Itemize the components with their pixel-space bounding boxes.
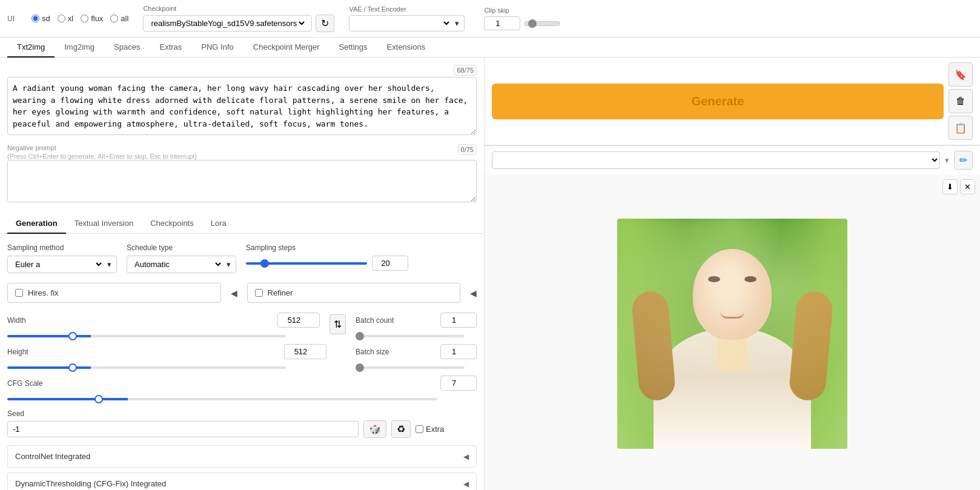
prompt-counter: 68/75 — [454, 65, 477, 76]
schedule-type-label: Schedule type — [127, 243, 236, 252]
tab-textual-inversion[interactable]: Textual Inversion — [66, 214, 142, 234]
batch-count-input[interactable] — [440, 313, 477, 328]
batch-size-input[interactable] — [440, 344, 477, 359]
refiner-box: Refiner — [247, 283, 461, 303]
bookmark-button[interactable]: 🔖 — [949, 62, 973, 87]
tab-extras[interactable]: Extras — [150, 38, 191, 58]
width-batch-row: Width ⇅ Batch count — [7, 313, 477, 339]
radio-all[interactable]: all — [110, 14, 128, 23]
hires-fix-checkbox[interactable] — [15, 289, 23, 297]
prompt-counter-row: 68/75 — [7, 65, 477, 77]
checkpoint-refresh-button[interactable]: ↻ — [316, 15, 334, 32]
checkpoint-label: Checkpoint — [143, 5, 334, 12]
extra-checkbox-label[interactable]: Extra — [416, 425, 444, 434]
width-group: Width — [7, 313, 320, 339]
cfg-scale-slider[interactable] — [7, 398, 437, 400]
generate-button[interactable]: Generate — [492, 84, 944, 119]
schedule-type-select[interactable]: Automatic — [132, 259, 223, 270]
radio-xl[interactable]: xl — [58, 14, 73, 23]
clip-input-row — [484, 16, 560, 30]
cfg-scale-input[interactable] — [440, 376, 477, 391]
checkpoint-dropdown[interactable]: realismByStableYogi_sd15V9.safetensors — [143, 15, 312, 31]
image-close-button[interactable]: ✕ — [960, 179, 975, 194]
cfg-group: CFG Scale — [7, 376, 477, 402]
schedule-type-dropdown[interactable]: Automatic ▾ — [127, 256, 236, 273]
script-edit-button[interactable]: ✏ — [954, 151, 973, 170]
batch-count-slider[interactable] — [356, 335, 465, 337]
hires-collapse-button[interactable]: ◀ — [231, 288, 237, 298]
tab-checkpoint-merger[interactable]: Checkpoint Merger — [243, 38, 329, 58]
vae-select-input[interactable] — [354, 18, 451, 28]
refiner-collapse-button[interactable]: ◀ — [470, 288, 477, 298]
image-actions: ⬇ ✕ — [942, 179, 975, 194]
width-input[interactable] — [277, 313, 320, 328]
cfg-scale-label: CFG Scale — [7, 379, 43, 388]
script-dropdown[interactable] — [492, 151, 940, 169]
swap-dimensions-button[interactable]: ⇅ — [329, 314, 346, 334]
clip-section: Clip skip — [484, 7, 560, 30]
hires-fix-box: Hires. fix — [7, 283, 221, 303]
tab-lora[interactable]: Lora — [202, 214, 235, 234]
radio-sd[interactable]: sd — [31, 14, 50, 23]
sampling-method-select[interactable]: Euler a — [13, 259, 104, 270]
swap-btn-container: ⇅ — [329, 313, 346, 334]
negative-label: Negative prompt — [7, 144, 477, 151]
sub-tabs: Generation Textual Inversion Checkpoints… — [0, 214, 484, 234]
refiner-checkbox[interactable] — [255, 289, 263, 297]
height-slider[interactable] — [7, 366, 286, 369]
batch-size-label: Batch size — [356, 348, 389, 356]
vae-dropdown[interactable]: ▾ — [349, 15, 465, 31]
extra-checkbox[interactable] — [416, 425, 423, 433]
vae-label: VAE / Text Encoder — [349, 5, 465, 13]
tab-img2img[interactable]: Img2img — [55, 38, 104, 58]
dynamic-accordion: DynamicThresholding (CFG-Fix) Integrated… — [7, 472, 477, 490]
vae-chevron-icon: ▾ — [455, 19, 459, 28]
sampling-method-dropdown[interactable]: Euler a ▾ — [7, 256, 117, 273]
sampling-steps-input[interactable] — [372, 256, 408, 271]
tab-txt2img[interactable]: Txt2img — [7, 38, 55, 58]
sampling-steps-slider[interactable] — [246, 262, 367, 265]
tab-spaces[interactable]: Spaces — [104, 38, 150, 58]
seed-input[interactable] — [7, 421, 359, 437]
copy-button[interactable]: 📋 — [949, 116, 973, 140]
script-chevron-icon: ▾ — [945, 156, 949, 165]
schedule-chevron-icon: ▾ — [227, 260, 231, 269]
negative-prompt-section: 0/75 Negative prompt (Press Ctrl+Enter t… — [0, 144, 484, 211]
dynamic-label: DynamicThresholding (CFG-Fix) Integrated — [15, 479, 166, 488]
hires-refiner-row: Hires. fix ◀ Refiner ◀ — [7, 283, 477, 303]
ui-radio-group: sd xl flux all — [31, 14, 128, 23]
batch-size-slider[interactable] — [356, 366, 465, 369]
controlnet-accordion-header[interactable]: ControlNet Integrated ◀ — [8, 446, 476, 467]
sampling-row: Sampling method Euler a ▾ Schedule type … — [7, 243, 477, 273]
generate-area: Generate 🔖 🗑 📋 — [485, 58, 980, 145]
refiner-label: Refiner — [268, 288, 293, 297]
image-download-button[interactable]: ⬇ — [942, 179, 958, 194]
ui-label: UI — [7, 15, 15, 23]
height-label: Height — [7, 348, 28, 356]
seed-recycle-button[interactable]: ♻ — [391, 420, 411, 438]
content-area: 68/75 A radiant young woman facing the c… — [0, 58, 980, 490]
tab-checkpoints[interactable]: Checkpoints — [142, 214, 202, 234]
right-panel: Generate 🔖 🗑 📋 ▾ ✏ ⬇ ✕ — [485, 58, 980, 490]
trash-button[interactable]: 🗑 — [949, 89, 973, 113]
neg-counter-row: 0/75 Negative prompt (Press Ctrl+Enter t… — [7, 144, 477, 160]
left-panel: 68/75 A radiant young woman facing the c… — [0, 58, 485, 490]
tab-png-info[interactable]: PNG Info — [191, 38, 243, 58]
tab-extensions[interactable]: Extensions — [377, 38, 435, 58]
generation-panel: Sampling method Euler a ▾ Schedule type … — [0, 234, 484, 490]
negative-counter: 0/75 — [458, 144, 477, 155]
schedule-type-group: Schedule type Automatic ▾ — [127, 243, 236, 273]
clip-skip-slider[interactable] — [524, 21, 560, 26]
checkpoint-select-input[interactable]: realismByStableYogi_sd15V9.safetensors — [148, 18, 306, 28]
radio-flux[interactable]: flux — [81, 14, 103, 23]
seed-dice-button[interactable]: 🎲 — [363, 420, 386, 438]
tab-generation[interactable]: Generation — [7, 214, 66, 234]
width-slider[interactable] — [7, 335, 286, 337]
height-input[interactable] — [284, 344, 326, 359]
negative-prompt-input[interactable] — [7, 160, 477, 202]
clip-skip-input[interactable] — [484, 16, 520, 30]
prompt-input[interactable]: A radiant young woman facing the camera,… — [7, 77, 477, 135]
dynamic-accordion-header[interactable]: DynamicThresholding (CFG-Fix) Integrated… — [8, 473, 476, 490]
vae-section: VAE / Text Encoder ▾ — [349, 5, 465, 31]
tab-settings[interactable]: Settings — [329, 38, 377, 58]
